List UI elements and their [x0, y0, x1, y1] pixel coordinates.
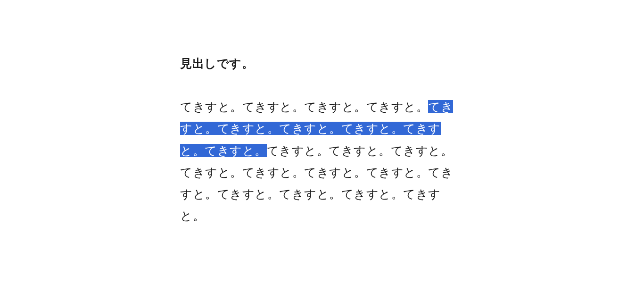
body-paragraph[interactable]: てきすと。てきすと。てきすと。てきすと。てきすと。てきすと。てきすと。てきすと。… — [180, 96, 463, 227]
document-content: 見出しです。 てきすと。てきすと。てきすと。てきすと。てきすと。てきすと。てきす… — [180, 56, 463, 227]
heading[interactable]: 見出しです。 — [180, 56, 463, 71]
text-before-selection: てきすと。てきすと。てきすと。てきすと。 — [180, 100, 428, 113]
